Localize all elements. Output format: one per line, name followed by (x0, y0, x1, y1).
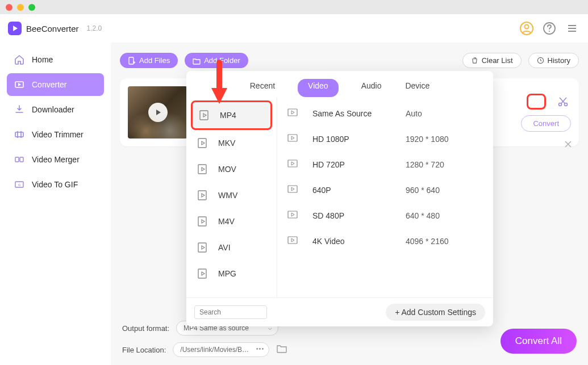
format-wmv[interactable]: WMV (191, 182, 272, 208)
svg-marker-55 (291, 238, 294, 242)
sidebar-item-converter[interactable]: Converter (7, 73, 104, 96)
output-settings-button[interactable] (527, 94, 546, 110)
svg-text:G: G (18, 183, 21, 187)
format-mpg[interactable]: MPG (191, 261, 272, 287)
format-m4v[interactable]: M4V (191, 208, 272, 234)
output-format-label2: Output format: (122, 324, 169, 333)
add-custom-settings-button[interactable]: + Add Custom Settings (386, 304, 485, 321)
open-folder-icon[interactable] (276, 343, 287, 356)
window-minimize[interactable] (17, 4, 24, 11)
resolution-dim: 960 * 640 (406, 186, 440, 195)
toolbar: Add Files Add Folder Clear List History (120, 53, 579, 68)
add-files-button[interactable]: Add Files (120, 53, 178, 68)
close-icon[interactable] (564, 140, 572, 150)
format-mp4[interactable]: MP4 (191, 100, 272, 130)
svg-marker-9 (18, 83, 21, 86)
clear-list-button[interactable]: Clear List (462, 53, 522, 68)
format-avi[interactable]: AVI (191, 234, 272, 261)
add-files-label: Add Files (139, 56, 170, 65)
home-icon (14, 54, 25, 65)
svg-rect-48 (288, 160, 297, 167)
format-label: MPG (218, 269, 236, 278)
resolution-4k[interactable]: 4K Video 4096 * 2160 (285, 228, 489, 254)
history-icon (537, 57, 544, 64)
svg-marker-33 (202, 141, 205, 145)
file-location-input[interactable]: /Users/link/Movies/BeeC ••• (173, 342, 269, 357)
help-icon[interactable] (541, 20, 557, 36)
merger-icon (14, 154, 25, 165)
window-controls (6, 4, 35, 11)
sidebar-item-downloader[interactable]: Downloader (7, 98, 104, 121)
format-label: AVI (218, 243, 231, 252)
menu-icon[interactable] (564, 20, 580, 36)
tab-video[interactable]: Video (298, 79, 339, 97)
svg-marker-41 (202, 246, 205, 249)
resolution-480p[interactable]: SD 480P 640 * 480 (285, 203, 489, 228)
resolution-name: HD 720P (312, 160, 392, 169)
window-maximize[interactable] (28, 4, 35, 11)
app-logo-icon (8, 22, 22, 35)
add-folder-label: Add Folder (204, 56, 240, 65)
folder-plus-icon (193, 57, 201, 65)
tab-audio[interactable]: Audio (360, 79, 383, 97)
format-label: MKV (218, 139, 235, 148)
format-label: M4V (218, 217, 235, 226)
resolution-name: Same As Source (312, 109, 392, 118)
resolution-dim: 640 * 480 (406, 211, 440, 220)
svg-rect-54 (288, 237, 297, 244)
svg-rect-13 (15, 157, 19, 162)
converter-icon (14, 79, 25, 90)
add-folder-button[interactable]: Add Folder (185, 53, 248, 68)
file-icon (197, 163, 210, 175)
sidebar-item-label: Video To GIF (32, 180, 78, 189)
ellipsis-icon[interactable]: ••• (256, 345, 265, 352)
video-thumbnail[interactable] (128, 86, 187, 139)
svg-marker-39 (202, 220, 205, 223)
format-label: MP4 (220, 111, 236, 120)
file-icon (197, 189, 210, 202)
sidebar-item-gif[interactable]: G Video To GIF (7, 173, 104, 196)
account-icon[interactable] (519, 20, 535, 36)
tab-device[interactable]: Device (404, 79, 431, 97)
resolution-name: HD 1080P (312, 135, 392, 144)
svg-marker-53 (291, 213, 294, 216)
gif-icon: G (14, 179, 25, 190)
convert-button[interactable]: Convert (521, 115, 571, 132)
convert-label: Convert (533, 119, 559, 128)
resolution-same[interactable]: Same As Source Auto (285, 100, 489, 126)
tab-recent[interactable]: Recent (249, 79, 276, 97)
svg-marker-51 (291, 187, 294, 191)
history-button[interactable]: History (528, 53, 579, 68)
video-icon (287, 185, 299, 195)
resolution-list[interactable]: Same As Source Auto HD 1080P 1920 * 1080… (277, 97, 493, 297)
resolution-640p[interactable]: 640P 960 * 640 (285, 177, 489, 203)
file-location-label: File Location: (122, 346, 166, 354)
svg-marker-47 (291, 136, 294, 140)
sidebar-item-merger[interactable]: Video Merger (7, 148, 104, 171)
history-label: History (548, 56, 570, 65)
resolution-dim: 1920 * 1080 (406, 135, 449, 144)
video-icon (287, 160, 299, 169)
svg-marker-45 (291, 111, 294, 114)
cut-icon[interactable] (555, 94, 571, 110)
resolution-720p[interactable]: HD 720P 1280 * 720 (285, 152, 489, 177)
resolution-name: 4K Video (312, 237, 392, 246)
resolution-1080p[interactable]: HD 1080P 1920 * 1080 (285, 126, 489, 152)
sidebar-item-trimmer[interactable]: Video Trimmer (7, 123, 104, 146)
format-mkv[interactable]: MKV (191, 130, 272, 156)
format-label: WMV (218, 191, 237, 200)
clear-list-label: Clear List (482, 56, 513, 65)
format-list[interactable]: MP4 MKV MOV WMV M4V AVI (186, 97, 277, 297)
titlebar (0, 0, 588, 14)
format-mov[interactable]: MOV (191, 156, 272, 182)
format-search-input[interactable] (194, 305, 267, 319)
file-icon (198, 109, 212, 121)
video-icon (287, 108, 299, 118)
resolution-dim: 4096 * 2160 (406, 237, 449, 246)
window-close[interactable] (6, 4, 12, 11)
svg-rect-46 (288, 135, 297, 141)
convert-all-button[interactable]: Convert All (501, 329, 577, 354)
sidebar-item-home[interactable]: Home (7, 48, 104, 71)
app-version: 1.2.0 (87, 24, 102, 32)
resolution-name: SD 480P (312, 211, 392, 220)
